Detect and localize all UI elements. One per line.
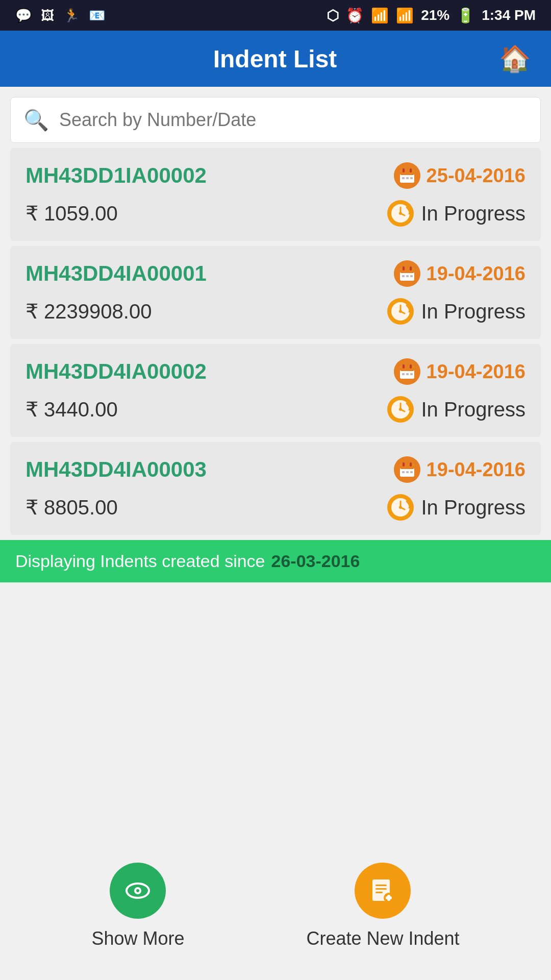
indent-id-1: MH43DD4IA00001 [26, 261, 207, 286]
status-clock-icon-1 [387, 298, 414, 325]
calendar-icon-2 [394, 358, 420, 385]
status-bar: 💬 🖼 🏃 📧 ⬡ ⏰ 📶 📶 21% 🔋 1:34 PM [0, 0, 551, 31]
calendar-icon-3 [394, 456, 420, 483]
indent-date-3: 19-04-2016 [427, 459, 525, 481]
svg-rect-18 [410, 266, 412, 271]
info-bar: Displaying Indents created since 26-03-2… [0, 540, 551, 582]
svg-rect-35 [410, 373, 413, 375]
svg-rect-48 [406, 471, 409, 473]
svg-point-40 [399, 408, 402, 411]
status-right: ⬡ ⏰ 📶 📶 21% 🔋 1:34 PM [327, 7, 536, 24]
status-clock-icon-2 [387, 396, 414, 423]
svg-rect-30 [400, 366, 414, 371]
bottom-actions: Show More Create New Indent [0, 842, 551, 980]
show-more-circle [110, 863, 166, 919]
svg-rect-45 [403, 462, 405, 467]
indent-amount-2: ₹ 3440.00 [26, 398, 118, 421]
indent-id-0: MH43DD1IA00002 [26, 163, 207, 188]
indent-date-0: 25-04-2016 [427, 165, 525, 187]
indent-amount-3: ₹ 8805.00 [26, 496, 118, 519]
info-bar-date: 26-03-2016 [271, 551, 360, 571]
svg-rect-2 [400, 170, 414, 175]
svg-rect-6 [406, 177, 409, 179]
table-row[interactable]: MH43DD4IA00001 19-04-2016 ₹ 2239908.00 [10, 246, 541, 339]
table-row[interactable]: MH43DD4IA00002 19-04-2016 ₹ 3440.00 [10, 344, 541, 437]
svg-rect-61 [375, 888, 387, 890]
indent-list: MH43DD1IA00002 25-04-2016 ₹ 1059.00 [0, 148, 551, 535]
battery-icon: 🔋 [457, 7, 474, 24]
activity-icon: 🏃 [63, 8, 80, 23]
indent-date-1: 19-04-2016 [427, 263, 525, 285]
svg-rect-31 [403, 364, 405, 369]
show-more-button[interactable]: Show More [91, 863, 184, 949]
wifi-icon: 📶 [371, 7, 389, 24]
svg-rect-32 [410, 364, 412, 369]
svg-rect-49 [410, 471, 413, 473]
svg-rect-20 [406, 275, 409, 277]
eye-icon [122, 875, 153, 906]
calendar-icon-1 [394, 260, 420, 287]
info-bar-prefix: Displaying Indents created since [15, 551, 265, 571]
svg-rect-46 [410, 462, 412, 467]
svg-rect-44 [400, 464, 414, 469]
indent-amount-0: ₹ 1059.00 [26, 202, 118, 225]
indent-status-0: In Progress [421, 202, 525, 225]
calendar-icon-0 [394, 162, 420, 189]
svg-point-26 [399, 310, 402, 313]
indent-status-2: In Progress [421, 398, 525, 421]
svg-point-58 [136, 889, 139, 892]
bluetooth-icon: ⬡ [327, 7, 339, 24]
svg-rect-65 [386, 896, 392, 899]
search-input[interactable] [59, 109, 528, 131]
svg-rect-60 [375, 885, 387, 886]
search-bar: 🔍 [10, 97, 541, 143]
svg-rect-17 [403, 266, 405, 271]
home-button[interactable]: 🏠 [499, 44, 531, 74]
whatsapp-icon: 💬 [15, 8, 32, 23]
indent-status-1: In Progress [421, 300, 525, 323]
svg-rect-3 [403, 168, 405, 173]
indent-id-3: MH43DD4IA00003 [26, 457, 207, 482]
page-title: Indent List [51, 45, 499, 73]
status-icons: 💬 🖼 🏃 📧 [15, 8, 105, 23]
svg-rect-21 [410, 275, 413, 277]
create-indent-icon [367, 875, 398, 906]
status-clock-icon-3 [387, 494, 414, 521]
image-icon: 🖼 [41, 8, 54, 23]
svg-rect-7 [410, 177, 413, 179]
search-icon: 🔍 [23, 108, 49, 132]
alarm-icon: ⏰ [346, 7, 364, 24]
table-row[interactable]: MH43DD1IA00002 25-04-2016 ₹ 1059.00 [10, 148, 541, 241]
svg-point-12 [399, 212, 402, 215]
show-more-label: Show More [91, 928, 184, 949]
indent-id-2: MH43DD4IA00002 [26, 359, 207, 384]
svg-rect-19 [402, 275, 405, 277]
svg-rect-4 [410, 168, 412, 173]
table-row[interactable]: MH43DD4IA00003 19-04-2016 ₹ 8805.00 [10, 442, 541, 535]
indent-status-3: In Progress [421, 496, 525, 519]
battery-text: 21% [421, 7, 449, 23]
indent-date-2: 19-04-2016 [427, 361, 525, 383]
svg-rect-5 [402, 177, 405, 179]
svg-point-54 [399, 506, 402, 509]
create-new-indent-label: Create New Indent [306, 928, 459, 949]
svg-rect-34 [406, 373, 409, 375]
svg-rect-16 [400, 268, 414, 273]
create-new-circle [355, 863, 411, 919]
email-icon: 📧 [89, 8, 105, 23]
signal-icon: 📶 [396, 7, 414, 24]
svg-rect-47 [402, 471, 405, 473]
status-clock-icon-0 [387, 200, 414, 227]
indent-amount-1: ₹ 2239908.00 [26, 300, 152, 323]
create-new-indent-button[interactable]: Create New Indent [306, 863, 459, 949]
svg-rect-33 [402, 373, 405, 375]
app-header: Indent List 🏠 [0, 31, 551, 87]
svg-rect-62 [375, 892, 383, 893]
time: 1:34 PM [482, 7, 536, 23]
